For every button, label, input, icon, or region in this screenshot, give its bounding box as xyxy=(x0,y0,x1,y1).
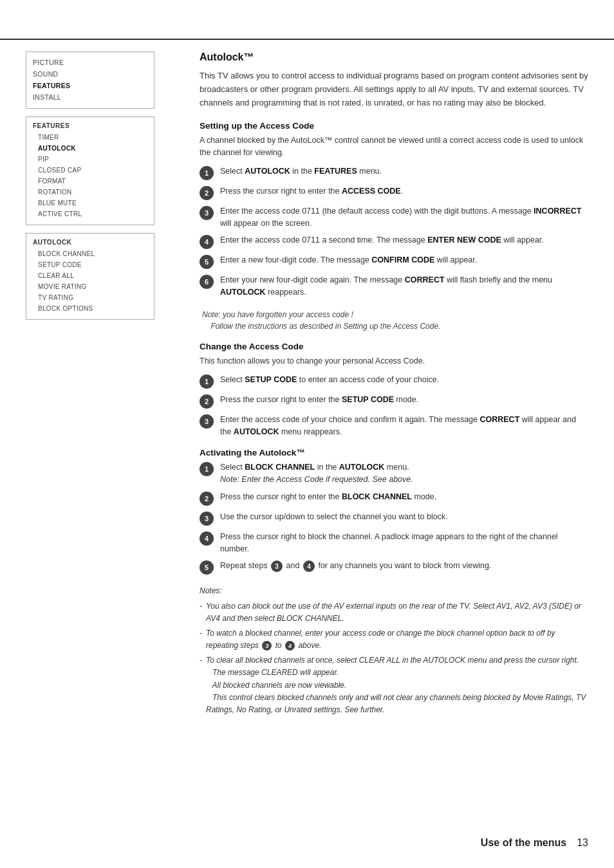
step-number-4: 4 xyxy=(200,235,214,249)
step-1-2: 2 Press the cursor right to enter the AC… xyxy=(200,185,588,200)
step-2-2: 2 Press the cursor right to enter the SE… xyxy=(200,394,588,409)
main-content: Autolock™ This TV allows you to control … xyxy=(200,51,588,716)
step-text-3-5: Repeat steps 3 and 4 for any channels yo… xyxy=(220,560,588,572)
menu-item-features[interactable]: FEATURES xyxy=(33,80,147,92)
autolock-clear-all[interactable]: CLEAR ALL xyxy=(33,270,147,281)
step-text-3-1: Select BLOCK CHANNEL in the AUTOLOCK men… xyxy=(220,461,588,486)
section1-note: Note: you have forgotten your access cod… xyxy=(200,309,588,333)
section1-intro: A channel blocked by the AutoLock™ contr… xyxy=(200,134,588,159)
autolock-setup-code[interactable]: SETUP CODE xyxy=(33,259,147,270)
step-number-6: 6 xyxy=(200,275,214,289)
step-3-1: 1 Select BLOCK CHANNEL in the AUTOLOCK m… xyxy=(200,461,588,486)
footer-page: 13 xyxy=(577,837,588,849)
step-number-1: 1 xyxy=(200,166,214,180)
section1-heading: Setting up the Access Code xyxy=(200,121,588,131)
step-1-4: 4 Enter the access code 0711 a second ti… xyxy=(200,234,588,249)
features-blue-mute[interactable]: BLUE MUTE xyxy=(33,198,147,208)
page-title: Autolock™ xyxy=(200,51,588,63)
step-2-3: 3 Enter the access code of your choice a… xyxy=(200,414,588,438)
features-autolock[interactable]: AUTOLOCK xyxy=(33,143,147,154)
step-3-2: 2 Press the cursor right to enter the BL… xyxy=(200,491,588,506)
section3-heading: Activating the Autolock™ xyxy=(200,448,588,457)
step-1-5: 5 Enter a new four-digit code. The messa… xyxy=(200,254,588,269)
step-3-3: 3 Use the cursor up/down to select the c… xyxy=(200,511,588,526)
menu-item-install[interactable]: INSTALL xyxy=(33,92,147,104)
step-number-3: 3 xyxy=(200,206,214,220)
features-format[interactable]: FORMAT xyxy=(33,176,147,187)
step-text-2-3: Enter the access code of your choice and… xyxy=(220,414,588,438)
step-number-2-1: 1 xyxy=(200,374,214,389)
inline-circle-3: 3 xyxy=(271,560,283,572)
step-text-1-2: Press the cursor right to enter the ACCE… xyxy=(220,185,588,198)
section1-steps: 1 Select AUTOLOCK in the FEATURES menu. … xyxy=(200,165,588,299)
autolock-block-channel[interactable]: BLOCK CHANNEL xyxy=(33,248,147,259)
step-number-2-2: 2 xyxy=(200,394,214,409)
step-text-1-5: Enter a new four-digit code. The message… xyxy=(220,254,588,266)
step-2-1: 1 Select SETUP CODE to enter an access c… xyxy=(200,374,588,389)
step-number-2: 2 xyxy=(200,186,214,200)
step-number-3-2: 2 xyxy=(200,492,214,506)
sidebar: PICTURE SOUND FEATURES INSTALL FEATURES … xyxy=(26,51,154,328)
autolock-movie-rating[interactable]: MOVIE RATING xyxy=(33,281,147,292)
intro-text: This TV allows you to control access to … xyxy=(200,69,588,109)
note-item-2: To watch a blocked channel, enter your a… xyxy=(200,627,588,652)
step-number-3-5: 5 xyxy=(200,560,214,575)
section2-heading: Change the Access Code xyxy=(200,342,588,351)
main-menu-box: PICTURE SOUND FEATURES INSTALL xyxy=(26,51,154,109)
step-1-3: 3 Enter the access code 0711 (the defaul… xyxy=(200,205,588,230)
section2-intro: This function allows you to change your … xyxy=(200,355,588,367)
step-text-1-4: Enter the access code 0711 a second time… xyxy=(220,234,588,246)
step-1-1: 1 Select AUTOLOCK in the FEATURES menu. xyxy=(200,165,588,180)
features-active-ctrl[interactable]: ACTIVE CTRL xyxy=(33,208,147,219)
step-text-1-3: Enter the access code 0711 (the default … xyxy=(220,205,588,230)
inline-circle-4b: 4 xyxy=(285,641,295,651)
step-text-1-1: Select AUTOLOCK in the FEATURES menu. xyxy=(220,165,588,178)
menu-item-picture[interactable]: PICTURE xyxy=(33,57,147,69)
step-text-3-3: Use the cursor up/down to select the cha… xyxy=(220,511,588,523)
step-text-2-1: Select SETUP CODE to enter an access cod… xyxy=(220,374,588,386)
autolock-tv-rating[interactable]: TV RATING xyxy=(33,292,147,303)
autolock-menu-box: AUTOLOCK BLOCK CHANNEL SETUP CODE CLEAR … xyxy=(26,233,154,320)
features-label: FEATURES xyxy=(33,122,147,129)
step-3-4: 4 Press the cursor right to block the ch… xyxy=(200,531,588,555)
top-border xyxy=(0,39,614,40)
notes-section: Notes: You also can block out the use of… xyxy=(200,585,588,716)
step-text-1-6: Enter your new four-digit code again. Th… xyxy=(220,274,588,299)
inline-circle-4: 4 xyxy=(303,560,315,572)
step-number-2-3: 3 xyxy=(200,414,214,429)
note-item-1: You also can block out the use of the AV… xyxy=(200,600,588,625)
autolock-block-options[interactable]: BLOCK OPTIONS xyxy=(33,303,147,314)
features-closed-cap[interactable]: CLOSED CAP xyxy=(33,165,147,176)
notes-label: Notes: xyxy=(200,585,588,597)
features-pip[interactable]: PIP xyxy=(33,154,147,165)
step-number-3-3: 3 xyxy=(200,512,214,526)
features-menu-box: FEATURES TIMER AUTOLOCK PIP CLOSED CAP F… xyxy=(26,116,154,225)
autolock-label: AUTOLOCK xyxy=(33,239,147,246)
menu-item-sound[interactable]: SOUND xyxy=(33,69,147,80)
features-rotation[interactable]: ROTATION xyxy=(33,187,147,198)
step-text-2-2: Press the cursor right to enter the SETU… xyxy=(220,394,588,406)
step-number-3-4: 4 xyxy=(200,531,214,546)
inline-circle-3b: 3 xyxy=(262,641,272,651)
step-text-3-4: Press the cursor right to block the chan… xyxy=(220,531,588,555)
step-number-3-1: 1 xyxy=(200,462,214,476)
step-1-6: 6 Enter your new four-digit code again. … xyxy=(200,274,588,299)
features-timer[interactable]: TIMER xyxy=(33,132,147,143)
step-number-5: 5 xyxy=(200,255,214,269)
step-text-3-2: Press the cursor right to enter the BLOC… xyxy=(220,491,588,503)
footer-text: Use of the menus xyxy=(481,837,566,849)
step-3-5: 5 Repeat steps 3 and 4 for any channels … xyxy=(200,560,588,575)
section3-steps: 1 Select BLOCK CHANNEL in the AUTOLOCK m… xyxy=(200,461,588,575)
note-item-3: To clear all blocked channels at once, s… xyxy=(200,654,588,716)
section2-steps: 1 Select SETUP CODE to enter an access c… xyxy=(200,374,588,438)
footer: Use of the menus 13 xyxy=(481,837,588,849)
